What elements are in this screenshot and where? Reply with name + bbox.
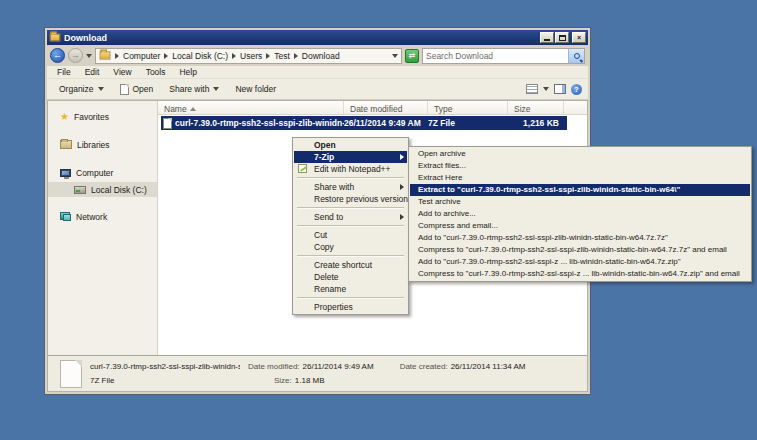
sidebar-label: Local Disk (C:): [91, 185, 147, 195]
context-menu-item-edit-notepadpp[interactable]: Edit with Notepad++: [294, 163, 407, 175]
context-menu-item-delete[interactable]: Delete: [294, 271, 407, 283]
context-menu-item-cut[interactable]: Cut: [294, 229, 407, 241]
navigation-pane: ★ Favorites Libraries Computer Local Dis…: [48, 101, 158, 355]
column-header-date-modified[interactable]: Date modified: [344, 101, 428, 114]
sidebar-item-network[interactable]: Network: [48, 209, 157, 224]
submenu-item-test-archive[interactable]: Test archive: [410, 196, 750, 208]
context-menu-item-send-to[interactable]: Send to: [294, 211, 407, 223]
file-name-cell: curl-7.39.0-rtmp-ssh2-ssl-sspi-zlib-wini…: [161, 118, 344, 129]
sidebar-label: Network: [76, 212, 107, 222]
file-date-cell: 26/11/2014 9:49 AM: [344, 118, 428, 128]
size-label: Size:: [274, 376, 292, 385]
size-value: 1.18 MB: [295, 376, 325, 385]
menu-item-label: Add to archive...: [418, 209, 476, 218]
search-button[interactable]: [568, 49, 584, 63]
menu-item-label: Share with: [314, 182, 354, 192]
date-modified-label: Date modified:: [248, 362, 300, 371]
context-menu-item-7zip[interactable]: 7-Zip: [294, 151, 407, 163]
file-row-selected[interactable]: curl-7.39.0-rtmp-ssh2-ssl-sspi-zlib-wini…: [161, 116, 567, 130]
open-label: Open: [133, 84, 154, 94]
sidebar-item-libraries[interactable]: Libraries: [48, 137, 157, 152]
context-menu-item-properties[interactable]: Properties: [294, 301, 407, 313]
column-headers: Name Date modified Type Size: [158, 101, 587, 115]
maximize-button[interactable]: [555, 32, 569, 43]
breadcrumb-item-test[interactable]: Test: [274, 51, 290, 61]
search-input[interactable]: [423, 51, 568, 61]
context-menu: Open 7-Zip Edit with Notepad++ Share wit…: [292, 137, 409, 315]
menu-file[interactable]: File: [51, 67, 77, 77]
submenu-item-add-to-zip[interactable]: Add to "curl-7.39.0-rtmp-ssh2-ssl-sspi-z…: [410, 256, 750, 268]
submenu-item-add-to-archive[interactable]: Add to archive...: [410, 208, 750, 220]
search-icon: [574, 53, 580, 59]
submenu-item-add-to-7z[interactable]: Add to "curl-7.39.0-rtmp-ssh2-ssl-sspi-z…: [410, 232, 750, 244]
close-icon: ×: [577, 34, 581, 41]
context-menu-item-share-with[interactable]: Share with: [294, 181, 407, 193]
submenu-item-extract-here[interactable]: Extract Here: [410, 172, 750, 184]
breadcrumb-item-local-disk[interactable]: Local Disk (C:): [172, 51, 228, 61]
sidebar-item-local-disk[interactable]: Local Disk (C:): [48, 182, 157, 197]
preview-pane-icon[interactable]: [554, 84, 566, 94]
new-folder-label: New folder: [235, 84, 276, 94]
breadcrumb-folder-icon: [100, 51, 111, 59]
submenu-arrow-icon: [400, 154, 404, 160]
share-with-button[interactable]: Share with: [163, 82, 225, 96]
menu-edit[interactable]: Edit: [79, 67, 106, 77]
open-button[interactable]: Open: [114, 82, 160, 97]
file-name: curl-7.39.0-rtmp-ssh2-ssl-sspi-zlib-wini…: [175, 118, 344, 128]
menu-item-label: Send to: [314, 212, 343, 222]
breadcrumb-item-download[interactable]: Download: [302, 51, 340, 61]
column-header-name[interactable]: Name: [158, 101, 344, 114]
menu-separator: [297, 297, 404, 299]
submenu-item-compress-and-email[interactable]: Compress and email...: [410, 220, 750, 232]
back-button[interactable]: ←: [50, 48, 65, 63]
details-pane: curl-7.39.0-rtmp-ssh2-ssl-sspi-zlib-wini…: [47, 355, 588, 392]
minimize-button[interactable]: [540, 32, 554, 43]
column-header-blank[interactable]: [564, 101, 587, 114]
menu-item-label: Copy: [314, 242, 334, 252]
submenu-item-open-archive[interactable]: Open archive: [410, 148, 750, 160]
organize-button[interactable]: Organize: [53, 82, 110, 96]
menu-help[interactable]: Help: [173, 67, 202, 77]
column-label: Name: [164, 104, 187, 114]
breadcrumb-arrow-icon: [266, 53, 270, 59]
menu-item-label: Delete: [314, 272, 339, 282]
titlebar[interactable]: Download ×: [47, 30, 588, 45]
breadcrumb-item-computer[interactable]: Computer: [123, 51, 160, 61]
views-dropdown-icon[interactable]: [543, 87, 549, 91]
context-menu-item-restore-previous-versions[interactable]: Restore previous versions: [294, 193, 407, 205]
new-folder-button[interactable]: New folder: [229, 82, 282, 96]
breadcrumb[interactable]: Computer Local Disk (C:) Users Test Down…: [95, 48, 402, 64]
menu-tools[interactable]: Tools: [140, 67, 172, 77]
views-icon[interactable]: [526, 84, 538, 94]
context-menu-item-rename[interactable]: Rename: [294, 283, 407, 295]
address-dropdown-icon[interactable]: [392, 54, 398, 58]
menu-item-label: Restore previous versions: [314, 194, 412, 204]
details-dates-block: Date modified: 26/11/2014 9:49 AM Size: …: [248, 360, 374, 385]
maximize-icon: [559, 35, 566, 41]
file-type-cell: 7Z File: [428, 118, 508, 128]
column-label: Type: [434, 104, 452, 114]
submenu-arrow-icon: [400, 184, 404, 190]
details-file-type: 7Z File: [90, 376, 240, 385]
history-dropdown-icon[interactable]: [86, 54, 92, 58]
sidebar-item-computer[interactable]: Computer: [48, 165, 157, 180]
context-menu-item-open[interactable]: Open: [294, 139, 407, 151]
help-button[interactable]: ?: [571, 84, 582, 95]
toolbar-right-group: ?: [526, 84, 582, 95]
menu-view[interactable]: View: [107, 67, 137, 77]
sidebar-item-favorites[interactable]: ★ Favorites: [48, 109, 157, 124]
forward-button[interactable]: →: [68, 48, 83, 63]
sidebar-label: Favorites: [74, 112, 109, 122]
details-size: Size: 1.18 MB: [274, 376, 374, 385]
column-header-type[interactable]: Type: [428, 101, 508, 114]
submenu-item-compress-to-zip-email[interactable]: Compress to "curl-7.39.0-rtmp-ssh2-ssl-s…: [410, 268, 750, 280]
context-menu-item-copy[interactable]: Copy: [294, 241, 407, 253]
close-button[interactable]: ×: [572, 32, 586, 43]
breadcrumb-item-users[interactable]: Users: [240, 51, 262, 61]
context-menu-item-create-shortcut[interactable]: Create shortcut: [294, 259, 407, 271]
refresh-button[interactable]: ⇄: [405, 49, 419, 63]
submenu-item-compress-to-7z-email[interactable]: Compress to "curl-7.39.0-rtmp-ssh2-ssl-s…: [410, 244, 750, 256]
submenu-item-extract-files[interactable]: Extract files...: [410, 160, 750, 172]
submenu-item-extract-to[interactable]: Extract to "curl-7.39.0-rtmp-ssh2-ssl-ss…: [410, 184, 750, 196]
column-header-size[interactable]: Size: [508, 101, 564, 114]
